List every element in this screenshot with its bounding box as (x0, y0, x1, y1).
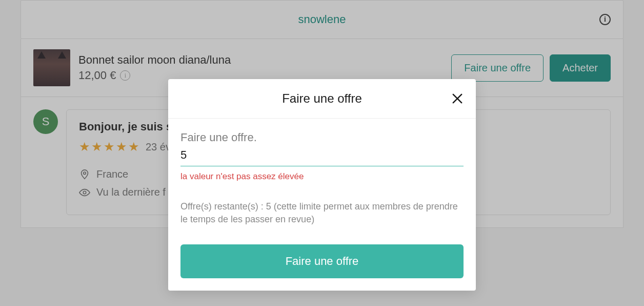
offer-input[interactable] (180, 146, 464, 166)
modal-header: Faire une offre (168, 79, 476, 119)
close-icon[interactable] (450, 91, 465, 106)
offer-field-label: Faire une offre. (180, 131, 464, 144)
make-offer-modal: Faire une offre Faire une offre. la vale… (168, 79, 476, 291)
submit-offer-button[interactable]: Faire une offre (180, 244, 464, 278)
modal-title: Faire une offre (282, 91, 362, 106)
remaining-offers-text: Offre(s) restante(s) : 5 (cette limite p… (180, 200, 464, 226)
modal-body: Faire une offre. la valeur n'est pas ass… (168, 119, 476, 291)
error-message: la valeur n'est pas assez élevée (180, 171, 464, 182)
